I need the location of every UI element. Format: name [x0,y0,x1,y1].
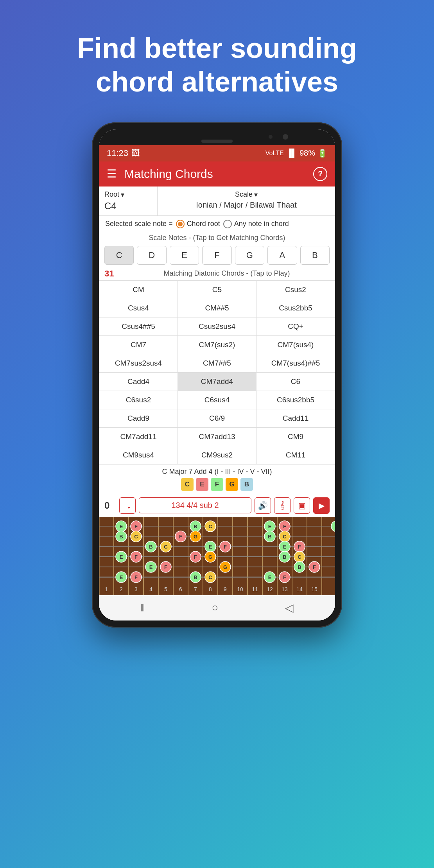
speaker-notch [201,140,233,143]
chord-cell-c69[interactable]: C6/9 [178,409,256,428]
chord-cell-c6sus4[interactable]: C6sus4 [178,391,256,409]
music-score-icon: 𝄞 [280,501,285,510]
status-time: 11:23 [107,148,128,158]
svg-text:B: B [194,574,197,580]
svg-text:3: 3 [135,586,138,592]
radio-any-note[interactable]: Any note in chord [223,220,289,228]
chord-cell-csus4[interactable]: Csus4 [99,299,178,317]
svg-text:F: F [194,554,197,560]
svg-text:E: E [268,574,272,580]
svg-text:F: F [179,534,182,540]
svg-text:15: 15 [311,586,317,592]
chord-cell-cm7add13[interactable]: CM7add13 [178,428,256,446]
volume-button[interactable]: 🔊 [255,497,271,514]
note-btn-C[interactable]: C [104,246,134,265]
note-btn-B[interactable]: B [300,246,330,265]
chord-cell-cm[interactable]: CM [99,281,178,299]
radio-filled-icon [176,220,185,228]
chord-cell-cm7sus4[interactable]: CM7(sus4) [256,336,335,354]
player-position: 0 [104,500,116,511]
nav-home-icon: ○ [212,601,219,613]
app-content: Root ▾ C4 Scale ▾ Ionian / Major / Bilaw… [99,187,335,621]
chord-cell-cm7sus45[interactable]: CM7(sus4)##5 [256,354,335,373]
chord-cell-c6sus2bb5[interactable]: C6sus2bb5 [256,391,335,409]
svg-text:E: E [283,544,287,550]
sensor-notch [269,135,273,139]
chord-cell-cm5[interactable]: CM##5 [178,299,256,317]
chord-cell-cadd11[interactable]: Cadd11 [256,409,335,428]
svg-text:F: F [135,554,138,560]
chord-cell-cm7[interactable]: CM7 [99,336,178,354]
chord-cell-cm9sus4[interactable]: CM9sus4 [99,446,178,464]
note-btn-G[interactable]: G [235,246,264,265]
chord-note-badge-c: C [181,478,194,491]
chord-cell-cm9sus2[interactable]: CM9sus2 [178,446,256,464]
svg-text:12: 12 [267,586,273,592]
note-btn-E[interactable]: E [170,246,199,265]
chord-grid: CMC5Csus2Csus4CM##5Csus2bb5Csus4##5Csus2… [99,280,335,464]
svg-text:B: B [268,534,271,540]
chord-cell-c5[interactable]: C5 [178,281,256,299]
chord-cell-cm7sus2sus4[interactable]: CM7sus2sus4 [99,354,178,373]
svg-text:13: 13 [282,586,288,592]
nav-back-button[interactable]: ⦀ [140,601,145,614]
chord-cell-csus2sus4[interactable]: Csus2sus4 [178,317,256,336]
nav-home-button[interactable]: ○ [212,601,219,614]
chord-cell-c6sus2[interactable]: C6sus2 [99,391,178,409]
music-score-button[interactable]: 𝄞 [274,497,291,514]
svg-text:5: 5 [164,586,167,592]
battery-icon: 🔋 [317,149,327,158]
svg-text:10: 10 [237,586,243,592]
chord-cell-csus2[interactable]: Csus2 [256,281,335,299]
svg-text:4: 4 [149,586,152,592]
metronome-button[interactable]: 𝅘𝅥 [119,497,136,514]
svg-text:C: C [208,524,212,529]
root-dropdown-icon: ▾ [121,190,124,199]
chord-cell-cm9[interactable]: CM9 [256,428,335,446]
layout-button[interactable]: ▣ [294,497,310,514]
chord-cell-c6[interactable]: C6 [256,373,335,391]
svg-text:9: 9 [224,586,227,592]
svg-text:G: G [194,534,197,540]
svg-text:2: 2 [120,586,123,592]
chord-cell-csus2bb5[interactable]: Csus2bb5 [256,299,335,317]
help-icon: ? [318,169,323,178]
status-signal-bars: ▐▌ [286,149,297,158]
chord-cell-cm75[interactable]: CM7##5 [178,354,256,373]
menu-button[interactable]: ☰ [107,167,117,180]
fretboard: 1 2 3 4 5 6 7 8 9 10 11 12 13 14 [99,517,335,595]
note-btn-A[interactable]: A [267,246,297,265]
note-btn-F[interactable]: F [202,246,231,265]
chord-cell-csus45[interactable]: Csus4##5 [99,317,178,336]
camera-notch [283,134,288,140]
svg-text:14: 14 [296,586,303,592]
note-btn-D[interactable]: D [137,246,166,265]
chord-cell-cadd9[interactable]: Cadd9 [99,409,178,428]
phone-screen: 11:23 🖼 VoLTE ▐▌ 98% 🔋 ☰ Matching Chords… [99,129,335,621]
chord-cell-cm11[interactable]: CM11 [256,446,335,464]
status-photo-icon: 🖼 [131,148,140,158]
svg-text:6: 6 [179,586,182,592]
svg-text:E: E [149,564,153,570]
chord-cell-cm7sus2[interactable]: CM7(sus2) [178,336,256,354]
help-button[interactable]: ? [313,167,327,181]
nav-recents-button[interactable]: ◁ [285,601,294,614]
svg-text:C: C [164,544,168,550]
phone-device: 11:23 🖼 VoLTE ▐▌ 98% 🔋 ☰ Matching Chords… [92,122,342,826]
svg-text:F: F [283,524,286,529]
headline: Find better sounding chord alternatives [54,0,380,122]
chord-cell-cq[interactable]: CQ+ [256,317,335,336]
svg-text:7: 7 [194,586,197,592]
radio-chord-root[interactable]: Chord root [176,220,220,228]
radio-chord-root-label: Chord root [187,220,220,228]
chord-cell-cadd4[interactable]: Cadd4 [99,373,178,391]
status-left: 11:23 🖼 [107,148,140,158]
chord-cell-cm7add11[interactable]: CM7add11 [99,428,178,446]
svg-text:F: F [298,544,301,550]
play-button[interactable]: ▶ [313,497,330,514]
scale-notes-row: C D E F G A B [99,244,335,267]
scale-selector[interactable]: Scale ▾ Ionian / Major / Bilawal Thaat [158,187,335,215]
svg-text:E: E [120,524,123,529]
chord-cell-cm7add4[interactable]: CM7add4 [178,373,256,391]
root-selector[interactable]: Root ▾ C4 [99,187,158,215]
